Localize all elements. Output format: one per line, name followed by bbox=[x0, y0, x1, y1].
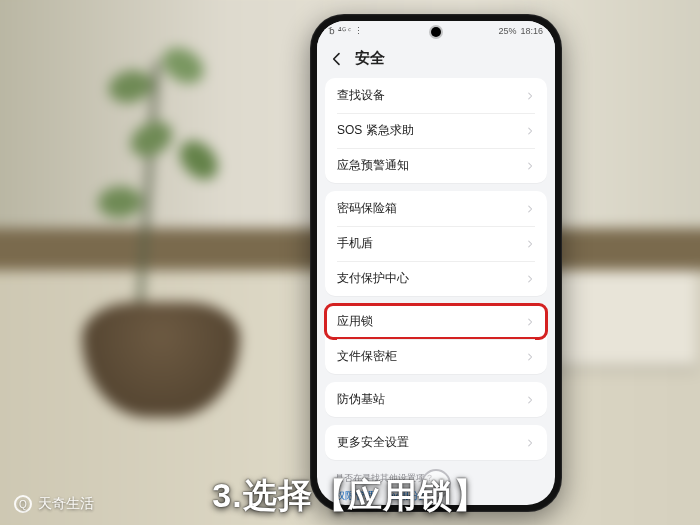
chevron-right-icon bbox=[525, 161, 535, 171]
settings-group: 防伪基站 bbox=[325, 382, 547, 417]
chevron-right-icon bbox=[525, 352, 535, 362]
chevron-right-icon bbox=[525, 317, 535, 327]
page-header: 安全 bbox=[317, 41, 555, 78]
row-fake-base-station[interactable]: 防伪基站 bbox=[325, 382, 547, 417]
row-phone-shield[interactable]: 手机盾 bbox=[325, 226, 547, 261]
row-label: 查找设备 bbox=[337, 87, 385, 104]
row-label: SOS 紧急求助 bbox=[337, 122, 414, 139]
chevron-right-icon bbox=[525, 395, 535, 405]
settings-group: 应用锁文件保密柜 bbox=[325, 304, 547, 374]
row-label: 应用锁 bbox=[337, 313, 373, 330]
front-camera bbox=[431, 27, 441, 37]
row-find-device[interactable]: 查找设备 bbox=[325, 78, 547, 113]
settings-list[interactable]: 查找设备SOS 紧急求助应急预警通知密码保险箱手机盾支付保护中心应用锁文件保密柜… bbox=[317, 78, 555, 505]
settings-group: 密码保险箱手机盾支付保护中心 bbox=[325, 191, 547, 296]
row-password-vault[interactable]: 密码保险箱 bbox=[325, 191, 547, 226]
watermark-logo-icon: Q bbox=[14, 495, 32, 513]
settings-group: 查找设备SOS 紧急求助应急预警通知 bbox=[325, 78, 547, 183]
page-title: 安全 bbox=[355, 49, 385, 68]
row-payment-protection[interactable]: 支付保护中心 bbox=[325, 261, 547, 296]
chevron-right-icon bbox=[525, 438, 535, 448]
row-label: 应急预警通知 bbox=[337, 157, 409, 174]
status-time: 18:16 bbox=[520, 26, 543, 36]
row-label: 密码保险箱 bbox=[337, 200, 397, 217]
battery-percent: 25% bbox=[498, 26, 516, 36]
status-left: ␢ ⁴ᴳ ᶜ ⋮ bbox=[329, 26, 363, 36]
chevron-right-icon bbox=[525, 126, 535, 136]
row-label: 更多安全设置 bbox=[337, 434, 409, 451]
watermark: Q 天奇生活 bbox=[14, 495, 94, 513]
settings-group: 更多安全设置 bbox=[325, 425, 547, 460]
row-sos[interactable]: SOS 紧急求助 bbox=[325, 113, 547, 148]
chevron-right-icon bbox=[525, 204, 535, 214]
row-label: 文件保密柜 bbox=[337, 348, 397, 365]
chevron-right-icon bbox=[525, 239, 535, 249]
chevron-right-icon bbox=[525, 274, 535, 284]
row-label: 防伪基站 bbox=[337, 391, 385, 408]
back-icon[interactable] bbox=[329, 51, 345, 67]
row-label: 手机盾 bbox=[337, 235, 373, 252]
phone-screen: ␢ ⁴ᴳ ᶜ ⋮ 25% 18:16 安全 查找设备SOS 紧急求助应急预警通知… bbox=[317, 21, 555, 505]
phone-frame: ␢ ⁴ᴳ ᶜ ⋮ 25% 18:16 安全 查找设备SOS 紧急求助应急预警通知… bbox=[310, 14, 562, 512]
step-caption: 3.选择【应用锁】 bbox=[0, 473, 700, 519]
row-label: 支付保护中心 bbox=[337, 270, 409, 287]
chevron-right-icon bbox=[525, 91, 535, 101]
row-emergency-alert[interactable]: 应急预警通知 bbox=[325, 148, 547, 183]
row-file-safe[interactable]: 文件保密柜 bbox=[325, 339, 547, 374]
row-more-security[interactable]: 更多安全设置 bbox=[325, 425, 547, 460]
watermark-text: 天奇生活 bbox=[38, 495, 94, 513]
row-app-lock[interactable]: 应用锁 bbox=[325, 304, 547, 339]
